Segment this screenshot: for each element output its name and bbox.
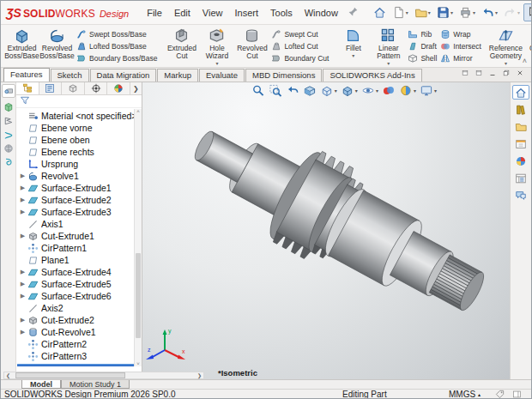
tab-motion-study-1[interactable]: Motion Study 1: [61, 380, 130, 389]
view-orientation-button[interactable]: ▾: [320, 83, 338, 98]
swept-cut-button[interactable]: Swept Cut: [271, 28, 329, 39]
redo-button[interactable]: ▾: [501, 3, 523, 21]
tree-item-material-not-specified-[interactable]: Material <not specified>: [16, 110, 134, 122]
ribbon-collapse-button[interactable]: ˄: [523, 57, 527, 65]
tree-item-surface-extrude3[interactable]: ▶Surface-Extrude3: [16, 206, 134, 218]
tree-item-cut-extrude2[interactable]: ▶Cut-Extrude2: [16, 314, 134, 326]
expand-icon[interactable]: ▶: [18, 293, 27, 299]
tab-markup[interactable]: Markup: [157, 69, 198, 82]
scroll-left-icon[interactable]: ❮: [4, 372, 12, 378]
expand-icon[interactable]: ▶: [18, 209, 27, 215]
rollback-bar[interactable]: [17, 364, 141, 366]
tab-solidworks-add-ins[interactable]: SOLIDWORKS Add-Ins: [323, 69, 421, 82]
tab-data-migration[interactable]: Data Migration: [90, 69, 157, 82]
solid-part-button[interactable]: [2, 101, 15, 113]
section-view-button[interactable]: [303, 83, 317, 98]
rib-button[interactable]: Rib: [408, 28, 437, 39]
undo-button[interactable]: ▾: [479, 3, 500, 21]
menu-insert[interactable]: Insert: [229, 4, 265, 21]
tree-item-cirpattern3[interactable]: CirPattern3: [16, 350, 134, 362]
tree-item-cirpattern1[interactable]: CirPattern1: [16, 242, 134, 254]
unit-system[interactable]: MMGS: [449, 390, 475, 399]
expand-icon[interactable]: ▶: [18, 281, 27, 287]
view-palette-button[interactable]: [512, 136, 529, 151]
tree-horizontal-scrollbar[interactable]: ❮ ❯: [3, 372, 204, 379]
tree-item-ebene-rechts[interactable]: Ebene rechts: [16, 146, 134, 158]
expand-icon[interactable]: ▶: [18, 184, 27, 191]
save-button[interactable]: ▾: [434, 3, 456, 21]
scrollbar-track[interactable]: [12, 372, 196, 378]
previous-view-button[interactable]: [286, 83, 300, 98]
print-button[interactable]: ▾: [456, 3, 478, 21]
expand-icon[interactable]: ▶: [18, 269, 27, 275]
tab-features[interactable]: Features: [3, 68, 50, 82]
expand-icon[interactable]: ▶: [18, 172, 27, 179]
tree-item-axis2[interactable]: Axis2: [16, 302, 134, 314]
tab-evaluate[interactable]: Evaluate: [199, 69, 245, 82]
revolved-boss-base-button[interactable]: Revolved Boss/Base: [39, 26, 75, 66]
expand-icon[interactable]: ▶: [18, 329, 27, 336]
doc-window-button[interactable]: [461, 69, 469, 79]
intersect-button[interactable]: Intersect: [440, 40, 481, 51]
doc-restore-button[interactable]: [502, 69, 511, 79]
boundary-cut-button[interactable]: Boundary Cut: [271, 52, 329, 63]
pin-menubar-icon[interactable]: [348, 6, 359, 19]
tab-mbd-dimensions[interactable]: MBD Dimensions: [245, 69, 322, 82]
surface-flag-button[interactable]: [2, 115, 15, 127]
tree-item-axis1[interactable]: Axis1: [16, 218, 134, 230]
spring-curve-button[interactable]: [2, 129, 15, 141]
mirror-button[interactable]: Mirror: [440, 52, 481, 63]
tree-vertical-scrollbar[interactable]: ˄ ˅: [134, 109, 142, 366]
extruded-boss-base-button[interactable]: Extruded Boss/Base: [4, 26, 39, 66]
display-style-button[interactable]: ▾: [341, 83, 359, 98]
doc-minimize-button[interactable]: [488, 69, 497, 79]
lofted-cut-button[interactable]: Lofted Cut: [271, 40, 329, 51]
tree-item-cut-revolve1[interactable]: ▶Cut-Revolve1: [16, 326, 134, 338]
tab-overflow-button[interactable]: ❯: [130, 82, 142, 94]
file-explorer-button[interactable]: [512, 119, 529, 134]
boundary-boss-base-button[interactable]: Boundary Boss/Base: [76, 52, 157, 63]
tree-item-ursprung[interactable]: Ursprung: [16, 158, 134, 170]
fillet-button[interactable]: Fillet▾: [336, 26, 371, 66]
tree-item-plane1[interactable]: Plane1: [16, 254, 134, 266]
view-settings-button[interactable]: ▾: [420, 83, 438, 98]
reference-geometry-button[interactable]: Reference Geometry▾: [488, 26, 523, 66]
linear-pattern-button[interactable]: Linear Pattern▾: [371, 26, 406, 66]
forum-button[interactable]: [512, 188, 529, 203]
doc-close-button[interactable]: [516, 69, 524, 79]
lofted-boss-base-button[interactable]: Lofted Boss/Base: [76, 40, 157, 51]
featuremanager-tab[interactable]: [16, 82, 39, 94]
design-library-button[interactable]: [512, 102, 529, 117]
dimxpert-tab[interactable]: [85, 82, 108, 94]
wrap-button[interactable]: Wrap: [440, 28, 481, 39]
menu-file[interactable]: File: [141, 4, 168, 21]
shell-button[interactable]: Shell: [408, 52, 437, 63]
tree-item-surface-extrude2[interactable]: ▶Surface-Extrude2: [16, 194, 134, 206]
sheet-roll-button[interactable]: [2, 84, 15, 98]
scroll-up-icon[interactable]: ˄: [135, 109, 142, 114]
revolved-cut-button[interactable]: Revolved Cut: [234, 26, 269, 66]
menu-window[interactable]: Window: [299, 4, 344, 21]
graphics-viewport[interactable]: ▾▾▾▾▾: [142, 82, 510, 379]
extruded-cut-button[interactable]: Extruded Cut: [164, 26, 199, 66]
model-3d-gear-shaft[interactable]: [142, 82, 510, 379]
home-button[interactable]: [371, 3, 389, 21]
unit-system-dropdown-icon[interactable]: ▴: [478, 390, 481, 399]
tree-item-surface-extrude1[interactable]: ▶Surface-Extrude1: [16, 182, 134, 194]
tree-filter-button[interactable]: [20, 95, 30, 107]
swept-boss-base-button[interactable]: Swept Boss/Base: [76, 28, 157, 39]
tree-item-revolve1[interactable]: ▶Revolve1: [16, 170, 134, 182]
hide-show-items-button[interactable]: ▾: [361, 83, 379, 98]
menu-view[interactable]: View: [196, 4, 229, 21]
faceted-sphere-button[interactable]: [2, 142, 15, 154]
tab-sketch[interactable]: Sketch: [51, 69, 89, 82]
scrollbar-thumb[interactable]: [15, 372, 125, 378]
tp-home-button[interactable]: [512, 85, 529, 100]
displaymanager-tab[interactable]: [107, 82, 130, 94]
edit-appearance-button[interactable]: [382, 83, 396, 98]
select-cursor-button[interactable]: ▾: [523, 3, 532, 21]
expand-icon[interactable]: ▶: [18, 196, 27, 203]
tree-item-ebene-vorne[interactable]: Ebene vorne: [16, 122, 134, 134]
zoom-fit-button[interactable]: [251, 83, 266, 98]
zoom-area-button[interactable]: [269, 83, 283, 98]
